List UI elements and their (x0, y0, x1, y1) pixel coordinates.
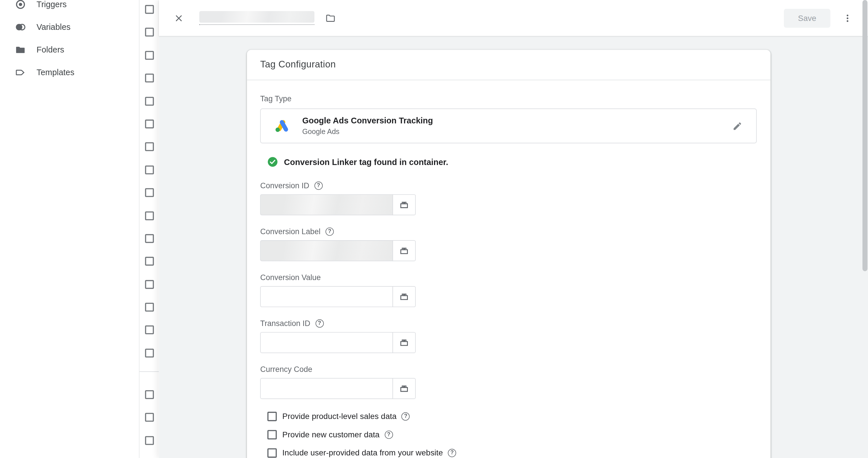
conversion-label-input[interactable] (260, 240, 393, 261)
currency-code-input[interactable] (260, 378, 393, 399)
background-row-checkbox[interactable] (145, 5, 154, 14)
background-tag-list (140, 5, 159, 458)
background-row-checkbox[interactable] (145, 326, 154, 335)
checkbox-label: Provide new customer data (282, 430, 380, 439)
checkbox-label: Provide product-level sales data (282, 412, 397, 421)
tag-name-redacted-value (199, 11, 314, 23)
background-row-checkbox[interactable] (145, 390, 154, 399)
background-row-checkbox[interactable] (145, 257, 154, 266)
sidebar-item-label: Templates (36, 67, 74, 77)
scrollbar-thumb[interactable] (863, 0, 867, 271)
sidebar-item-folders[interactable]: Folders (0, 38, 139, 61)
help-icon[interactable]: ? (448, 449, 456, 457)
conversion-linker-notice: Conversion Linker tag found in container… (267, 157, 756, 167)
background-list-row (140, 436, 159, 458)
background-row-checkbox[interactable] (145, 74, 154, 83)
background-row-checkbox[interactable] (145, 119, 154, 128)
kebab-menu-icon (842, 13, 852, 23)
background-list-strip (139, 0, 159, 458)
background-list-row (140, 303, 159, 326)
sidebar-item-variables[interactable]: Variables (0, 15, 139, 38)
background-list-row (140, 74, 159, 97)
background-row-checkbox[interactable] (145, 234, 154, 243)
background-list-row (140, 234, 159, 257)
checkbox-label: Include user-provided data from your web… (282, 448, 443, 457)
card-body: Tag Type Google Ads Conversion Tracking (247, 80, 770, 458)
variable-picker-button[interactable] (392, 332, 415, 353)
sidebar-item-triggers[interactable]: Triggers (0, 0, 139, 15)
pencil-icon (732, 121, 742, 131)
background-row-checkbox[interactable] (145, 97, 154, 106)
help-icon[interactable]: ? (314, 182, 322, 190)
more-options-button[interactable] (838, 8, 857, 28)
field-label: Conversion ID (260, 181, 309, 191)
close-button[interactable] (169, 8, 189, 28)
background-row-checkbox[interactable] (145, 142, 154, 151)
variable-brick-icon (399, 337, 410, 348)
background-row-checkbox[interactable] (145, 165, 154, 174)
currency-code-field-group: Currency Code (260, 364, 756, 399)
background-list-row (140, 257, 159, 280)
templates-icon (15, 67, 26, 78)
help-icon[interactable]: ? (326, 227, 334, 236)
background-row-checkbox[interactable] (145, 436, 154, 445)
help-icon[interactable]: ? (315, 319, 323, 327)
input-row (260, 332, 756, 353)
tag-name-field[interactable] (199, 11, 314, 25)
new-customer-data-checkbox[interactable] (267, 430, 277, 439)
input-row (260, 378, 756, 399)
conversion-value-input[interactable] (260, 286, 393, 307)
folder-icon (325, 12, 336, 24)
product-level-sales-row: Provide product-level sales data ? (267, 410, 756, 423)
background-list-row (140, 51, 159, 74)
option-checkboxes: Provide product-level sales data ? Provi… (267, 410, 756, 458)
new-customer-data-row: Provide new customer data ? (267, 428, 756, 441)
background-row-checkbox[interactable] (145, 28, 154, 37)
sidebar-nav: Triggers Variables Folders Templates (0, 0, 139, 84)
user-provided-data-checkbox[interactable] (267, 448, 277, 457)
background-row-checkbox[interactable] (145, 413, 154, 422)
background-list-row (140, 188, 159, 211)
background-list-row (140, 413, 159, 436)
field-label-row: Transaction ID ? (260, 318, 756, 328)
tag-type-label: Tag Type (260, 94, 756, 104)
help-icon[interactable]: ? (384, 430, 393, 438)
background-row-checkbox[interactable] (145, 188, 154, 197)
edit-tag-type-button[interactable] (727, 116, 747, 136)
close-icon (174, 13, 184, 23)
green-check-icon (267, 157, 278, 167)
tag-type-text: Google Ads Conversion Tracking Google Ad… (302, 116, 433, 136)
sidebar-item-templates[interactable]: Templates (0, 61, 139, 84)
help-icon[interactable]: ? (402, 412, 410, 420)
background-list-row (140, 280, 159, 303)
background-row-checkbox[interactable] (145, 51, 154, 60)
background-list-row (140, 349, 159, 372)
transaction-id-input[interactable] (260, 332, 393, 353)
variable-picker-button[interactable] (392, 194, 415, 215)
tag-type-selector[interactable]: Google Ads Conversion Tracking Google Ad… (260, 108, 756, 143)
sidebar-item-label: Folders (36, 45, 64, 54)
background-row-checkbox[interactable] (145, 303, 154, 312)
conversion-id-input[interactable] (260, 194, 393, 215)
tag-type-name: Google Ads Conversion Tracking (302, 116, 433, 126)
sidebar-item-label: Triggers (36, 0, 67, 9)
background-row-checkbox[interactable] (145, 211, 154, 220)
product-level-sales-checkbox[interactable] (267, 412, 277, 421)
background-row-checkbox[interactable] (145, 280, 154, 289)
linker-notice-text: Conversion Linker tag found in container… (284, 157, 448, 167)
save-button[interactable]: Save (784, 9, 830, 28)
google-ads-logo-icon (274, 118, 290, 134)
field-label: Currency Code (260, 364, 312, 374)
sidebar: Triggers Variables Folders Templates (0, 0, 139, 458)
app-window: Triggers Variables Folders Templates (0, 0, 868, 458)
field-label-row: Conversion Label ? (260, 226, 756, 236)
variable-picker-button[interactable] (392, 240, 415, 261)
variable-picker-button[interactable] (392, 378, 415, 399)
move-to-folder-button[interactable] (321, 8, 340, 28)
variable-brick-icon (399, 291, 410, 302)
folders-icon (15, 44, 26, 55)
background-row-checkbox[interactable] (145, 349, 154, 358)
card-title: Tag Configuration (260, 59, 336, 70)
editor-content: Tag Configuration Tag Type (159, 36, 868, 458)
variable-picker-button[interactable] (392, 286, 415, 307)
